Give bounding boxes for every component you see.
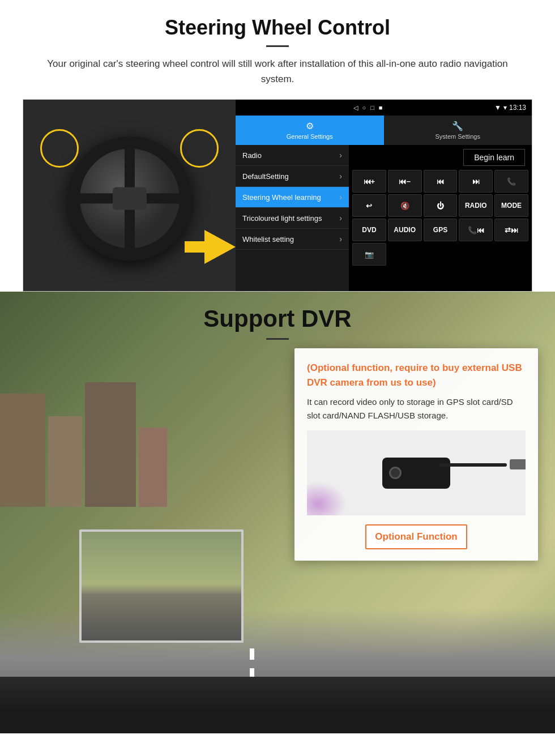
- settings-icon: 🔧: [452, 121, 463, 131]
- dvr-camera-preview: [79, 529, 244, 643]
- dvr-camera-image: [307, 430, 526, 515]
- menu-radio-label: Radio: [242, 151, 262, 160]
- arrow-head: [204, 230, 236, 264]
- camera-light-effect: [307, 481, 347, 515]
- menu-steering-label: Steering Wheel learning: [242, 193, 321, 202]
- ctrl-mode[interactable]: MODE: [494, 194, 528, 217]
- ctrl-gps[interactable]: GPS: [424, 219, 458, 241]
- android-menu-area: Radio › DefaultSetting › Steering Wheel …: [236, 145, 532, 291]
- nav-home-icon: ○: [362, 104, 366, 112]
- menu-default-label: DefaultSetting: [242, 172, 289, 181]
- ctrl-shuffle-next[interactable]: ⇄⏭: [494, 219, 528, 241]
- preview-road: [82, 584, 241, 640]
- ctrl-next-track[interactable]: ⏭: [459, 170, 493, 193]
- camera-lens: [389, 467, 402, 479]
- menu-item-tricoloured[interactable]: Tricoloured light settings ›: [236, 208, 349, 229]
- menu-item-default-setting[interactable]: DefaultSetting ›: [236, 166, 349, 187]
- menu-tricoloured-label: Tricoloured light settings: [242, 214, 322, 223]
- nav-menu-icon: ■: [379, 104, 383, 112]
- steering-demo: ◁ ○ □ ■ ▼ ▾ 13:13 ⚙ General Settings 🔧 S…: [23, 99, 532, 292]
- ctrl-mute[interactable]: 🔇: [388, 194, 422, 217]
- dvr-title-divider: [266, 338, 289, 340]
- menu-item-radio[interactable]: Radio ›: [236, 145, 349, 166]
- ctrl-audio[interactable]: AUDIO: [388, 219, 422, 241]
- camera-body: [382, 458, 450, 489]
- ctrl-prev-track[interactable]: ⏮: [424, 170, 458, 193]
- chevron-right-icon: ›: [339, 151, 342, 160]
- dvr-info-card: (Optional function, require to buy exter…: [294, 348, 538, 561]
- nav-back-icon: ◁: [353, 104, 358, 112]
- dvr-dashboard-bar: [0, 677, 555, 733]
- control-circle-right: [180, 129, 219, 168]
- menu-whitelist-label: Whitelist setting: [242, 235, 294, 244]
- building-1: [0, 394, 45, 507]
- dvr-optional-heading: (Optional function, require to buy exter…: [307, 361, 526, 390]
- ctrl-back[interactable]: ↩: [352, 194, 386, 217]
- android-statusbar: ◁ ○ □ ■ ▼ ▾ 13:13: [236, 100, 532, 116]
- control-circle-left: [40, 129, 79, 168]
- ctrl-vol-down[interactable]: ⏮−: [388, 170, 422, 193]
- title-divider: [266, 45, 289, 47]
- dvr-title-area: Support DVR: [0, 292, 555, 340]
- begin-learn-row: Begin learn: [349, 145, 532, 170]
- settings-menu-list: Radio › DefaultSetting › Steering Wheel …: [236, 145, 349, 291]
- usb-plug: [510, 459, 526, 469]
- building-3: [85, 382, 136, 507]
- steering-wheel-photo: [23, 100, 236, 292]
- wheel-hub: [113, 187, 147, 210]
- tab-system-settings[interactable]: 🔧 System Settings: [384, 116, 532, 145]
- building-2: [48, 416, 82, 507]
- dvr-description: It can record video only to storage in G…: [307, 395, 526, 422]
- gear-icon: ⚙: [306, 121, 314, 131]
- steering-controls-panel: Begin learn ⏮+ ⏮− ⏮ ⏭ 📞 ↩ 🔇 ⏻ RADIO: [349, 145, 532, 291]
- dvr-title: Support DVR: [0, 305, 555, 332]
- tab-general-label: General Settings: [287, 133, 333, 140]
- status-wifi-icon: ▾: [503, 104, 507, 112]
- dvr-section: Support DVR (Optional function, require …: [0, 292, 555, 733]
- tab-general-settings[interactable]: ⚙ General Settings: [236, 116, 384, 145]
- steering-subtitle: Your original car's steering wheel contr…: [34, 56, 521, 87]
- ctrl-vol-up[interactable]: ⏮+: [352, 170, 386, 193]
- dvr-background: Support DVR (Optional function, require …: [0, 292, 555, 733]
- chevron-right-icon: ›: [339, 172, 342, 181]
- status-time: 13:13: [509, 104, 526, 112]
- camera-housing: [382, 458, 450, 489]
- android-panel: ◁ ○ □ ■ ▼ ▾ 13:13 ⚙ General Settings 🔧 S…: [236, 100, 532, 291]
- steering-wheel: [67, 136, 192, 261]
- arrow-body: [185, 241, 207, 253]
- status-signal-icon: ▼: [494, 104, 501, 112]
- camera-cable: [439, 463, 507, 467]
- ctrl-dvd[interactable]: DVD: [352, 219, 386, 241]
- android-tabs: ⚙ General Settings 🔧 System Settings: [236, 116, 532, 145]
- statusbar-nav-icons: ◁ ○ □ ■: [241, 104, 494, 112]
- control-buttons-grid: ⏮+ ⏮− ⏮ ⏭ 📞 ↩ 🔇 ⏻ RADIO MODE DVD AUDIO: [349, 170, 532, 268]
- ctrl-phone[interactable]: 📞: [494, 170, 528, 193]
- steering-section: Steering Wheel Control Your original car…: [0, 0, 555, 292]
- menu-item-steering-learning[interactable]: Steering Wheel learning ›: [236, 187, 349, 208]
- nav-recents-icon: □: [370, 104, 374, 112]
- building-4: [139, 428, 167, 507]
- optional-function-button[interactable]: Optional Function: [365, 524, 467, 549]
- ctrl-phone-prev[interactable]: 📞⏮: [459, 219, 493, 241]
- ctrl-radio[interactable]: RADIO: [459, 194, 493, 217]
- steering-title: Steering Wheel Control: [23, 16, 532, 40]
- menu-item-whitelist[interactable]: Whitelist setting ›: [236, 229, 349, 250]
- chevron-right-icon: ›: [339, 234, 342, 244]
- ctrl-camera[interactable]: 📷: [352, 243, 386, 266]
- arrow-indicator: [185, 230, 236, 264]
- chevron-right-icon: ›: [339, 213, 342, 223]
- chevron-right-icon: ›: [339, 193, 342, 202]
- begin-learn-button[interactable]: Begin learn: [463, 149, 525, 166]
- ctrl-power[interactable]: ⏻: [424, 194, 458, 217]
- tab-system-label: System Settings: [436, 133, 480, 140]
